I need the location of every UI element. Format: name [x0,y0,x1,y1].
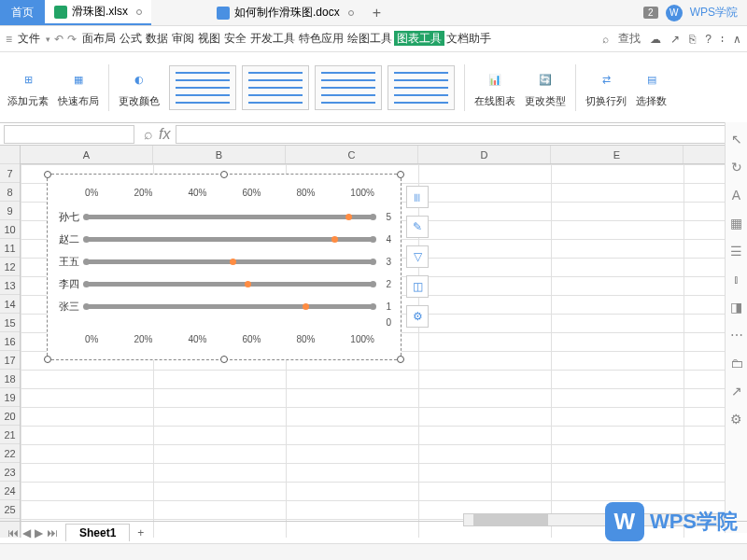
menu-item[interactable]: 特色应用 [297,32,345,45]
font-icon[interactable]: A [729,188,744,203]
menu-file[interactable]: 文件 [16,31,42,47]
chart-style-4[interactable] [388,65,455,110]
column-header[interactable]: B [153,146,286,163]
row-header[interactable]: 18 [0,370,20,388]
row-header[interactable]: 17 [0,351,20,370]
row-header[interactable]: 24 [0,482,20,500]
row-header[interactable]: 15 [0,314,20,332]
cursor-icon[interactable]: ↖ [729,132,744,147]
menu-item[interactable]: 公式 [118,32,144,45]
menu-item[interactable]: 安全 [222,32,248,45]
menu-item[interactable]: 数据 [144,32,170,45]
tab-file-docx[interactable]: 如何制作滑珠图.docx [207,0,363,25]
row-header[interactable]: 21 [0,426,20,444]
row-header[interactable]: 19 [0,388,20,407]
hamburger-icon[interactable]: ≡ [6,33,12,46]
list-icon[interactable]: ☰ [729,244,744,259]
wps-logo-icon[interactable]: W [666,5,683,21]
row-header[interactable]: 20 [0,407,20,426]
row-header[interactable]: 23 [0,463,20,482]
chart-style-3[interactable] [315,65,382,110]
column-header[interactable]: E [551,146,684,163]
close-icon[interactable] [136,9,142,15]
resize-handle[interactable] [220,171,228,178]
close-icon[interactable] [348,10,354,16]
column-header[interactable]: C [286,146,418,163]
new-tab-button[interactable]: + [363,5,390,21]
share-icon[interactable]: ↗ [670,33,680,46]
row-header[interactable]: 9 [0,202,20,220]
sheet-first-icon[interactable]: ⏮ [7,526,19,539]
menu-item[interactable]: 绘图工具 [345,32,394,45]
name-box-input[interactable] [4,125,134,144]
menu-item[interactable]: 文档助手 [444,32,493,45]
export-icon[interactable]: ↗ [729,384,744,399]
sheet-last-icon[interactable]: ⏭ [47,526,58,539]
refresh-icon[interactable]: ↻ [729,160,744,175]
menu-item[interactable]: 视图 [196,32,222,45]
chart-settings-button[interactable]: ⚙ [406,305,429,328]
chart-style-button[interactable]: ✎ [406,216,429,238]
scroll-thumb[interactable] [473,514,548,525]
search-label[interactable]: 查找 [618,31,641,47]
tab-file-xlsx[interactable]: 滑珠图.xlsx [45,0,151,25]
resize-handle[interactable] [44,171,51,178]
switch-rowcol-button[interactable]: ⇄ 切换行列 [585,66,627,108]
more-icon[interactable]: ⋯ [729,328,744,343]
menu-item[interactable]: 开发工具 [248,32,297,45]
grid-icon[interactable]: ▦ [729,216,744,231]
cloud-icon[interactable]: ☁ [650,33,661,46]
chart-style-1[interactable] [169,65,236,110]
undo-icon[interactable]: ↶ [54,33,63,46]
sheet-next-icon[interactable]: ▶ [35,526,43,539]
row-header[interactable]: 12 [0,258,20,276]
settings-icon[interactable]: ⎘ [689,33,696,46]
row-header[interactable]: 13 [0,276,20,295]
notification-badge[interactable]: 2 [643,7,658,19]
change-color-button[interactable]: ◐ 更改颜色 [119,66,160,108]
chart-filter-button[interactable]: ▽ [406,245,429,268]
search-icon[interactable]: ⌕ [144,126,153,143]
row-header[interactable]: 7 [0,164,20,183]
resize-handle[interactable] [397,356,404,363]
row-header[interactable]: 25 [0,500,20,519]
resize-handle[interactable] [220,356,228,363]
chevron-up-icon[interactable]: ∧ [733,33,741,46]
resize-handle[interactable] [44,356,51,363]
row-header[interactable]: 8 [0,183,20,202]
resize-handle[interactable] [397,171,404,178]
online-chart-button[interactable]: 📊 在线图表 [474,66,515,108]
chart-elements-button[interactable]: ⫼ [406,186,429,208]
menu-item[interactable]: 图表工具 [394,31,444,46]
column-header[interactable]: D [418,146,551,163]
add-element-button[interactable]: ⊞ 添加元素 [7,66,49,108]
help-icon[interactable]: ? [705,33,712,46]
row-header[interactable]: 16 [0,332,20,351]
formula-input[interactable] [176,125,740,144]
collapse-icon[interactable]: ◨ [729,300,744,315]
column-header[interactable]: A [21,146,153,163]
tab-home[interactable]: 首页 [0,0,45,25]
redo-icon[interactable]: ↷ [67,33,77,46]
spreadsheet-grid[interactable]: ABCDE 7891011121314151617181920212223242… [0,146,747,538]
folder-icon[interactable]: 🗀 [729,356,744,371]
change-type-button[interactable]: 🔄 更改类型 [525,66,566,108]
sheet-tab-sheet1[interactable]: Sheet1 [65,524,130,541]
settings-icon[interactable]: ⚙ [729,412,744,427]
select-data-button[interactable]: ▤ 选择数 [636,66,667,108]
embedded-chart[interactable]: 0%20%40%60%80%100% 孙七5赵二4王五3李四2张三10 0%20… [47,174,402,360]
quick-layout-button[interactable]: ▦ 快速布局 [58,66,99,108]
row-header[interactable]: 22 [0,444,20,463]
cells-area[interactable]: 0%20%40%60%80%100% 孙七5赵二4王五3李四2张三10 0%20… [21,164,725,538]
row-header[interactable]: 14 [0,295,20,314]
menu-item[interactable]: 面布局 [80,32,118,45]
search-icon[interactable]: ⌕ [602,33,609,46]
chevron-down-icon[interactable]: ▾ [46,35,50,44]
chart-format-button[interactable]: ◫ [406,275,429,298]
collapse-icon[interactable]: ∶ [721,33,724,46]
chart-icon[interactable]: ⫾ [729,272,744,287]
chart-style-2[interactable] [242,65,309,110]
menu-item[interactable]: 审阅 [170,32,196,45]
sheet-prev-icon[interactable]: ◀ [22,526,31,539]
row-header[interactable]: 10 [0,220,20,239]
